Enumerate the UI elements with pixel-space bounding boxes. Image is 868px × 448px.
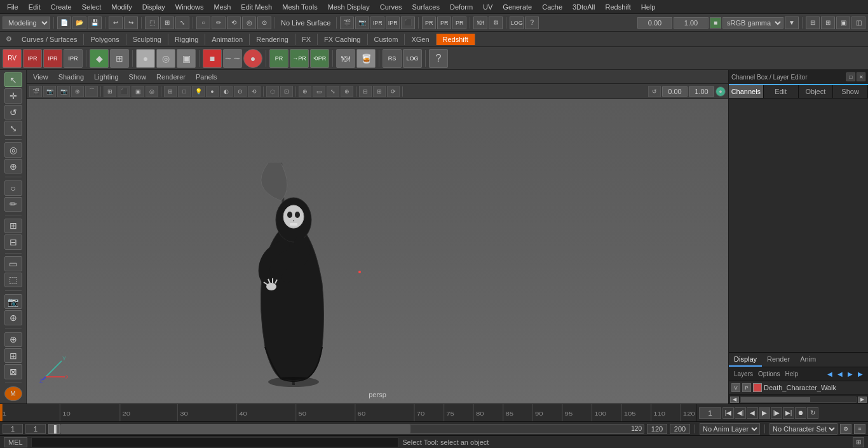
shelf-icon-grid[interactable]: ⊞ — [110, 49, 129, 68]
mode-selector[interactable]: Modeling — [3, 17, 50, 29]
menu-uv[interactable]: UV — [478, 2, 497, 12]
shelf-icon-pr3[interactable]: ⟲PR — [310, 49, 329, 68]
redo-button[interactable]: ↪ — [124, 17, 138, 29]
menu-modify[interactable]: Modify — [107, 2, 136, 12]
grow-select[interactable]: ◎ — [242, 17, 256, 29]
shelf-tab-sculpting[interactable]: Sculpting — [126, 34, 168, 45]
camera-btn2[interactable]: 📷 — [355, 17, 369, 29]
marquee-select-btn[interactable]: ▭ — [4, 256, 22, 271]
shrink-select[interactable]: ⊙ — [257, 17, 271, 29]
workspace-btn3[interactable]: ▣ — [836, 17, 850, 29]
shelf-icon-diamond[interactable]: ◆ — [90, 49, 109, 68]
shelf-tab-redshift[interactable]: Redshift — [437, 34, 475, 45]
select-by-component[interactable]: ⬚ — [145, 17, 159, 29]
shelf-icon-sphere[interactable]: ● — [136, 49, 155, 68]
step-fwd-btn[interactable]: |▶ — [771, 407, 782, 419]
record-btn[interactable]: ⏺ — [795, 407, 806, 419]
vp-light-btn[interactable]: 💡 — [192, 86, 205, 97]
menu-edit[interactable]: Edit — [24, 2, 45, 12]
ch-tab-object[interactable]: Object — [799, 85, 834, 98]
quick-sel-btn[interactable]: 🍽 — [473, 17, 487, 29]
end-frame-input[interactable] — [670, 424, 690, 434]
menu-surfaces[interactable]: Surfaces — [408, 2, 444, 12]
multi-select-btn[interactable]: ⬚ — [4, 273, 22, 287]
char-set-extra-btn[interactable]: ≡ — [854, 424, 865, 434]
shelf-tab-animation[interactable]: Animation — [205, 34, 250, 45]
char-set-settings-btn[interactable]: ⚙ — [840, 424, 851, 434]
menu-deform[interactable]: Deform — [445, 2, 477, 12]
shelf-tab-xgen[interactable]: XGen — [405, 34, 436, 45]
shelf-tab-polygons[interactable]: Polygons — [84, 34, 126, 45]
vp-shade2-btn[interactable]: ▣ — [132, 86, 144, 97]
rph-close-btn[interactable]: ✕ — [857, 72, 865, 81]
range-drag-handle[interactable]: ▐ — [48, 424, 60, 434]
ipr-btn2[interactable]: IPR — [386, 17, 400, 29]
scroll-right-btn[interactable]: ▶ — [858, 397, 867, 403]
render-btn[interactable]: ⬛ — [401, 17, 415, 29]
layer-tab-anim[interactable]: Anim — [795, 353, 821, 367]
shelf-icon-log[interactable]: LOG — [403, 49, 422, 68]
shelf-gear-icon[interactable]: ⚙ — [3, 30, 15, 49]
move-tool-button[interactable]: ✛ — [4, 88, 22, 103]
lasso-select-btn[interactable]: ○ — [4, 180, 22, 195]
extra-btn3[interactable]: ⊠ — [4, 364, 22, 379]
vp-manip-btn[interactable]: ⤡ — [327, 86, 339, 97]
scale-tool-button[interactable]: ⤡ — [4, 121, 22, 135]
vp-aa-btn[interactable]: ⊙ — [234, 86, 247, 97]
shelf-icon-geo1[interactable]: ▣ — [177, 49, 196, 68]
menu-windows[interactable]: Windows — [171, 2, 208, 12]
layer-tab-render[interactable]: Render — [762, 353, 795, 367]
shelf-icon-glass[interactable]: 🥃 — [356, 49, 376, 68]
layer-tab-display[interactable]: Display — [729, 353, 762, 367]
vp-cycle-btn[interactable]: ⟳ — [387, 86, 400, 97]
shelf-icon-pr1[interactable]: PR — [269, 49, 288, 68]
goto-end-btn[interactable]: ▶| — [783, 407, 794, 419]
snap-to-grid[interactable]: ⊞ — [160, 17, 174, 29]
menu-create[interactable]: Create — [46, 2, 76, 12]
vp-ao-btn[interactable]: ◐ — [220, 86, 233, 97]
mel-python-toggle[interactable]: MEL — [4, 437, 27, 447]
viewport-menu-lighting[interactable]: Lighting — [92, 72, 121, 82]
start-frame-input[interactable] — [3, 424, 23, 434]
vp-shade3-btn[interactable]: ◎ — [146, 86, 158, 97]
rph-expand-btn[interactable]: □ — [846, 72, 855, 81]
workspace-btn1[interactable]: ⊟ — [806, 17, 820, 29]
menu-display[interactable]: Display — [138, 2, 170, 12]
menu-file[interactable]: File — [3, 2, 23, 12]
layer-next-btn[interactable]: ▶ — [845, 369, 855, 379]
layer-vis-toggle[interactable]: V — [731, 383, 740, 392]
play-back-btn[interactable]: ◀ — [747, 407, 758, 419]
ipr-btn1[interactable]: IPR — [370, 17, 384, 29]
menu-cache[interactable]: Cache — [538, 2, 567, 12]
help-label[interactable]: Help — [782, 370, 801, 377]
shelf-icon-red-cube[interactable]: ■ — [203, 49, 222, 68]
loop-btn[interactable]: ↻ — [807, 407, 818, 419]
command-line-input[interactable] — [31, 437, 399, 447]
shelf-icon-rs1[interactable]: RS — [383, 49, 402, 68]
vp-green-dot[interactable]: ● — [715, 86, 726, 97]
show-manip-btn[interactable]: ⊕ — [4, 159, 22, 173]
gamma-expand[interactable]: ▼ — [785, 17, 799, 29]
script-editor-btn[interactable]: ⊞ — [853, 437, 864, 447]
vp-cam-tools-btn[interactable]: ⊕ — [299, 86, 311, 97]
menu-3dtoall[interactable]: 3DtoAll — [568, 2, 599, 12]
color-swatch[interactable]: ■ — [710, 17, 721, 29]
shelf-tab-fx[interactable]: FX — [295, 34, 318, 45]
end-range-input[interactable] — [647, 424, 667, 434]
menu-mesh-tools[interactable]: Mesh Tools — [278, 2, 322, 12]
vp-shadow-btn[interactable]: ● — [206, 86, 219, 97]
transform-button[interactable]: ⤡ — [175, 17, 189, 29]
paint-select[interactable]: ✏ — [212, 17, 226, 29]
rs-btn1[interactable]: PR — [422, 17, 436, 29]
menu-mesh[interactable]: Mesh — [209, 2, 235, 12]
layer-prev-btn[interactable]: ◀ — [835, 369, 845, 379]
shelf-tab-curves[interactable]: Curves / Surfaces — [15, 34, 84, 45]
vp-cam-sel[interactable]: 🎬 — [29, 86, 42, 97]
viewport-menu-view[interactable]: View — [31, 72, 51, 82]
frame-range-bar[interactable] — [60, 424, 644, 434]
shelf-icon-ipr-icon[interactable]: IPR — [23, 49, 42, 68]
layer-item-death[interactable]: V P Death_Character_Walk — [729, 381, 868, 395]
vp-grid-btn[interactable]: ⊞ — [164, 86, 177, 97]
rs-btn3[interactable]: PR — [452, 17, 466, 29]
new-file-button[interactable]: 📄 — [57, 17, 71, 29]
